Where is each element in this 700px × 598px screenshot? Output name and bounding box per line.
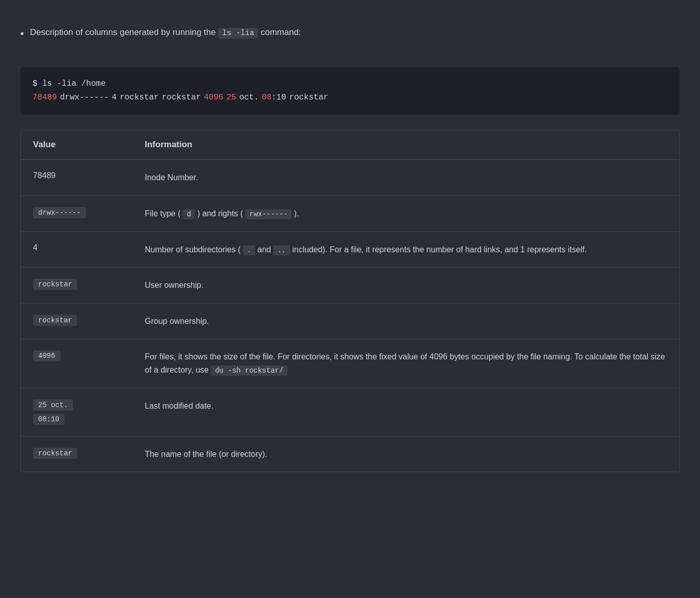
table-row: 25 oct. 08:10 Last modified date. xyxy=(21,388,679,437)
terminal-prompt: $ ls -lia /home xyxy=(33,77,667,91)
value-cell-links: 4 xyxy=(33,243,145,252)
value-user: rockstar xyxy=(33,279,77,290)
info-size: For files, it shows the size of the file… xyxy=(145,350,667,376)
link-count: 4 xyxy=(112,91,117,105)
value-date-line1: 25 oct. xyxy=(33,400,73,411)
page-container: • Description of columns generated by ru… xyxy=(0,0,700,487)
filename: rockstar xyxy=(289,91,328,105)
code-d: d xyxy=(183,209,195,219)
value-cell-filename: rockstar xyxy=(33,448,145,459)
table-row: rockstar User ownership. xyxy=(21,268,679,304)
value-cell-user: rockstar xyxy=(33,279,145,290)
file-size: 4096 xyxy=(204,91,223,105)
user-owner: rockstar xyxy=(120,91,159,105)
date-day: 25 xyxy=(227,91,236,105)
value-cell-permissions: drwx------ xyxy=(33,207,145,218)
table-row: 78489 Inode Number. xyxy=(21,160,679,196)
code-du: du -sh rockstar/ xyxy=(211,366,287,376)
value-cell-date: 25 oct. 08:10 xyxy=(33,400,145,425)
intro-command: ls -lia xyxy=(218,28,258,39)
group-owner: rockstar xyxy=(162,91,201,105)
intro-section: • Description of columns generated by ru… xyxy=(20,15,680,57)
value-size: 4096 xyxy=(33,350,60,361)
date-month: oct. xyxy=(239,91,259,105)
value-cell-group: rockstar xyxy=(33,315,145,326)
intro-text-before: Description of columns generated by runn… xyxy=(30,27,216,37)
header-value: Value xyxy=(33,140,145,150)
intro-text-after: command: xyxy=(261,27,301,37)
header-information: Information xyxy=(145,140,667,150)
value-group: rockstar xyxy=(33,315,77,326)
value-cell-inode: 78489 xyxy=(33,171,145,180)
date-time: 08:10 xyxy=(262,91,286,105)
value-inode: 78489 xyxy=(33,171,135,180)
table-container: Value Information 78489 Inode Number. dr… xyxy=(20,130,680,472)
intro-text: Description of columns generated by runn… xyxy=(30,25,301,40)
inode-number: 78489 xyxy=(33,91,57,105)
value-permissions: drwx------ xyxy=(33,207,86,218)
code-rwx: rwx------ xyxy=(245,209,292,219)
info-permissions: File type ( d ) and rights ( rwx------ )… xyxy=(145,207,667,220)
info-date: Last modified date. xyxy=(145,400,667,413)
value-cell-size: 4096 xyxy=(33,350,145,361)
table-header: Value Information xyxy=(21,130,679,160)
permissions: drwx------ xyxy=(60,91,109,105)
table-row: drwx------ File type ( d ) and rights ( … xyxy=(21,196,679,232)
terminal-output-line: 78489 drwx------ 4 rockstar rockstar 409… xyxy=(33,91,667,105)
info-filename: The name of the file (or directory). xyxy=(145,448,667,461)
code-dot: . xyxy=(243,245,255,255)
table-row: 4096 For files, it shows the size of the… xyxy=(21,339,679,388)
value-links: 4 xyxy=(33,243,135,252)
code-dotdot: .. xyxy=(273,245,290,255)
bullet-dot: • xyxy=(20,25,24,42)
info-user: User ownership. xyxy=(145,279,667,292)
table-row: rockstar The name of the file (or direct… xyxy=(21,437,679,472)
info-links: Number of subdirectories ( . and .. incl… xyxy=(145,243,667,256)
info-inode: Inode Number. xyxy=(145,171,667,184)
bullet-point: • Description of columns generated by ru… xyxy=(20,25,680,42)
table-row: 4 Number of subdirectories ( . and .. in… xyxy=(21,232,679,268)
info-group: Group ownership. xyxy=(145,315,667,328)
table-row: rockstar Group ownership. xyxy=(21,304,679,340)
value-filename: rockstar xyxy=(33,448,77,459)
terminal-block: $ ls -lia /home 78489 drwx------ 4 rocks… xyxy=(20,67,680,115)
value-date-line2: 08:10 xyxy=(33,414,65,425)
